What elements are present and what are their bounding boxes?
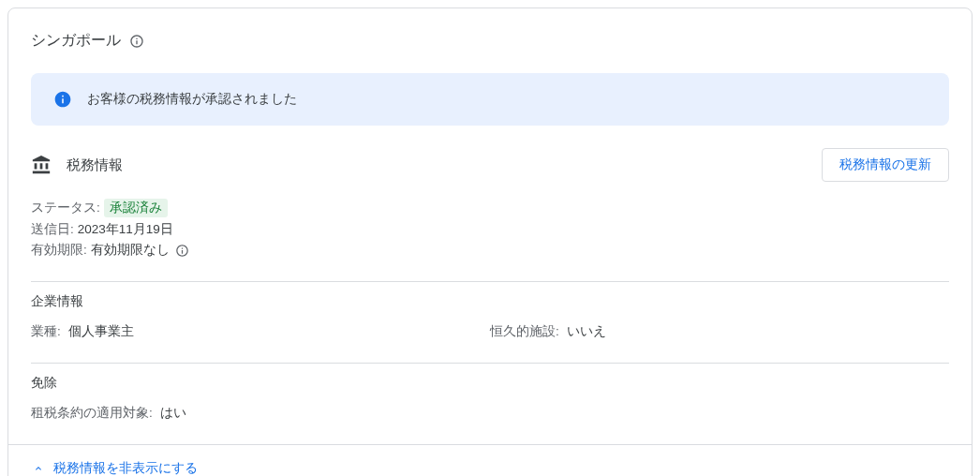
expiry-info-icon[interactable] xyxy=(175,243,190,258)
company-info-row: 業種: 個人事業主 恒久的施設: いいえ xyxy=(31,323,949,340)
header-row: シンガポール xyxy=(31,31,949,51)
company-info-title: 企業情報 xyxy=(31,293,949,310)
permanent-establishment-line: 恒久的施設: いいえ xyxy=(490,323,949,340)
expiry-value: 有効期限なし xyxy=(91,242,170,259)
status-badge: 承認済み xyxy=(104,199,168,217)
tax-treaty-line: 租税条約の適用対象: はい xyxy=(31,405,949,422)
expiry-line: 有効期限: 有効期限なし xyxy=(31,242,949,259)
status-line: ステータス: 承認済み xyxy=(31,199,949,217)
business-type-line: 業種: 個人事業主 xyxy=(31,323,490,340)
business-type-label: 業種: xyxy=(31,324,61,338)
alert-banner: お客様の税務情報が承認されました xyxy=(31,73,949,126)
divider xyxy=(31,281,949,282)
status-label: ステータス: xyxy=(31,200,100,216)
update-tax-info-button[interactable]: 税務情報の更新 xyxy=(822,148,949,182)
tax-section-header: 税務情報 税務情報の更新 xyxy=(31,148,949,182)
alert-message: お客様の税務情報が承認されました xyxy=(87,91,297,108)
tax-section-title: 税務情報 xyxy=(67,156,123,174)
permanent-establishment-value: いいえ xyxy=(567,324,606,338)
business-type-col: 業種: 個人事業主 xyxy=(31,323,490,340)
expiry-label: 有効期限: xyxy=(31,242,87,259)
bank-icon xyxy=(31,155,52,175)
submitted-value: 2023年11月19日 xyxy=(78,221,173,238)
card-footer: 税務情報を非表示にする xyxy=(8,444,972,476)
collapse-label: 税務情報を非表示にする xyxy=(53,460,198,476)
country-title: シンガポール xyxy=(31,31,121,51)
info-icon[interactable] xyxy=(128,33,145,50)
collapse-tax-info-button[interactable]: 税務情報を非表示にする xyxy=(31,460,198,476)
divider xyxy=(31,363,949,364)
tax-treaty-label: 租税条約の適用対象: xyxy=(31,406,153,420)
tax-treaty-value: はい xyxy=(160,406,186,420)
tax-info-card: シンガポール お客様の税務情報が承認されました 税務情報 税務情報の更新 ステー… xyxy=(7,7,973,476)
info-filled-icon xyxy=(53,90,72,109)
exemption-title: 免除 xyxy=(31,375,949,392)
permanent-establishment-label: 恒久的施設: xyxy=(490,324,559,338)
business-type-value: 個人事業主 xyxy=(68,324,134,338)
card-body: シンガポール お客様の税務情報が承認されました 税務情報 税務情報の更新 ステー… xyxy=(8,8,972,444)
chevron-up-icon xyxy=(31,461,46,476)
tax-section-header-left: 税務情報 xyxy=(31,155,123,175)
submitted-line: 送信日: 2023年11月19日 xyxy=(31,221,949,238)
submitted-label: 送信日: xyxy=(31,221,74,238)
permanent-establishment-col: 恒久的施設: いいえ xyxy=(490,323,949,340)
